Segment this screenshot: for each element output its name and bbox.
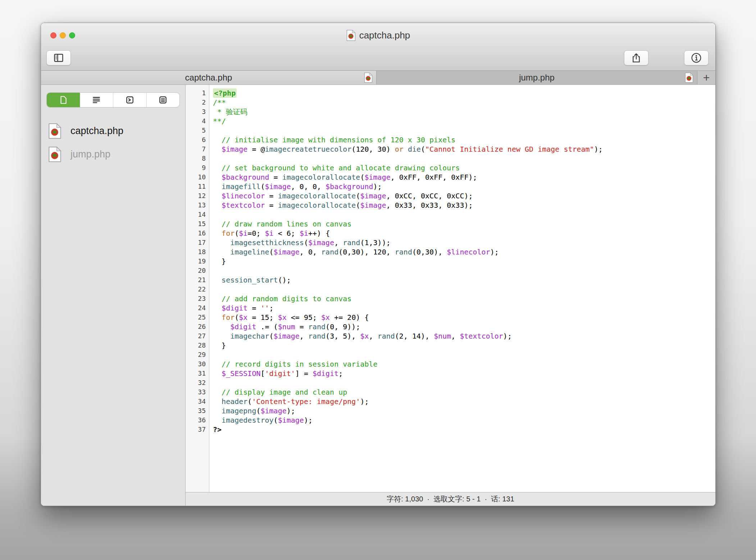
app-window: captcha.php captcha.phpjump.php + captch… xyxy=(41,23,716,506)
code-line: for($i=0; $i < 6; $i++) { xyxy=(213,229,715,238)
code-line xyxy=(213,350,715,359)
new-tab-button[interactable]: + xyxy=(697,71,715,84)
line-number: 5 xyxy=(186,126,209,135)
close-button[interactable] xyxy=(50,32,56,38)
line-number: 35 xyxy=(186,406,209,416)
code-editor[interactable]: <?php/** * 验证码**/ // initialise image wi… xyxy=(209,85,715,492)
code-line: * 验证码 xyxy=(213,107,715,116)
info-button[interactable] xyxy=(684,50,709,65)
code-line xyxy=(213,285,715,294)
line-number: 18 xyxy=(186,247,209,257)
share-icon xyxy=(630,52,642,64)
line-number: 1 xyxy=(186,88,209,98)
line-number: 12 xyxy=(186,191,209,201)
window-title-group: captcha.php xyxy=(346,30,410,41)
php-document-icon xyxy=(48,123,62,139)
code-line xyxy=(213,378,715,387)
code-line: ?> xyxy=(213,425,715,434)
window-title: captcha.php xyxy=(359,30,410,41)
line-number: 9 xyxy=(186,163,209,173)
line-number: 17 xyxy=(186,238,209,247)
code-line: // display image and clean up xyxy=(213,387,715,397)
php-document-icon xyxy=(48,147,62,162)
document-icon xyxy=(59,95,68,105)
file-name-label: jump.php xyxy=(70,149,110,160)
line-number: 25 xyxy=(186,313,209,322)
list-icon xyxy=(158,95,168,105)
tabs-holder: captcha.phpjump.php xyxy=(41,71,697,84)
line-number: 34 xyxy=(186,397,209,406)
line-number: 10 xyxy=(186,173,209,182)
line-number: 7 xyxy=(186,144,209,154)
line-number: 20 xyxy=(186,266,209,275)
main-column: 1234567891011121314151617181920212223242… xyxy=(186,85,715,506)
code-line: <?php xyxy=(213,88,715,98)
tab-label: jump.php xyxy=(519,73,555,83)
line-number: 31 xyxy=(186,369,209,378)
line-number: 37 xyxy=(186,425,209,434)
php-document-icon xyxy=(685,73,693,83)
line-number: 4 xyxy=(186,116,209,126)
code-line: header('Content-type: image/png'); xyxy=(213,397,715,406)
line-number: 28 xyxy=(186,341,209,350)
line-number: 27 xyxy=(186,331,209,341)
zoom-button[interactable] xyxy=(69,32,75,38)
line-number: 30 xyxy=(186,359,209,369)
code-line: } xyxy=(213,257,715,266)
toolbar xyxy=(41,47,715,70)
outline-icon xyxy=(92,95,101,105)
line-number: 33 xyxy=(186,387,209,397)
minimize-button[interactable] xyxy=(60,32,66,38)
code-line: imagedestroy($image); xyxy=(213,416,715,425)
code-line: $linecolor = imagecolorallocate($image, … xyxy=(213,191,715,201)
code-line: for($x = 15; $x <= 95; $x += 20) { xyxy=(213,313,715,322)
code-line: imagefill($image, 0, 0, $background); xyxy=(213,182,715,191)
code-line: session_start(); xyxy=(213,275,715,285)
line-number: 14 xyxy=(186,210,209,219)
code-line: // draw random lines on canvas xyxy=(213,219,715,229)
toolbar-right-group xyxy=(624,50,709,65)
segment-list[interactable] xyxy=(147,93,180,107)
line-number: 2 xyxy=(186,98,209,107)
line-number: 15 xyxy=(186,219,209,229)
window-chrome: captcha.php xyxy=(41,23,715,70)
console-icon xyxy=(125,95,135,105)
segment-console[interactable] xyxy=(113,93,147,107)
file-name-label: captcha.php xyxy=(70,125,123,137)
line-number: 13 xyxy=(186,201,209,210)
tab-jump.php[interactable]: jump.php xyxy=(377,71,697,84)
line-number: 22 xyxy=(186,285,209,294)
line-number: 8 xyxy=(186,154,209,163)
sidebar-file-captcha.php[interactable]: captcha.php xyxy=(41,119,185,143)
code-line xyxy=(213,210,715,219)
line-number: 32 xyxy=(186,378,209,387)
code-line: // set background to white and allocate … xyxy=(213,163,715,173)
line-number: 21 xyxy=(186,275,209,285)
line-number: 3 xyxy=(186,107,209,116)
segment-outline[interactable] xyxy=(80,93,114,107)
segment-document[interactable] xyxy=(47,93,80,107)
code-line: // add random digits to canvas xyxy=(213,294,715,303)
line-number: 16 xyxy=(186,229,209,238)
code-line: imagechar($image, rand(3, 5), $x, rand(2… xyxy=(213,331,715,341)
share-button[interactable] xyxy=(624,50,648,65)
line-number: 11 xyxy=(186,182,209,191)
sidebar-file-jump.php[interactable]: jump.php xyxy=(41,143,185,166)
code-line: // initialise image with dimensions of 1… xyxy=(213,135,715,144)
line-number: 36 xyxy=(186,416,209,425)
tab-label: captcha.php xyxy=(185,73,232,83)
code-line: imageline($image, 0, rand(0,30), 120, ra… xyxy=(213,247,715,257)
sidebar: captcha.phpjump.php xyxy=(41,85,186,506)
tab-captcha.php[interactable]: captcha.php xyxy=(41,71,377,84)
code-line: $background = imagecolorallocate($image,… xyxy=(213,173,715,182)
line-number: 6 xyxy=(186,135,209,144)
code-line: // record digits in session variable xyxy=(213,359,715,369)
code-line xyxy=(213,154,715,163)
traffic-lights xyxy=(50,23,75,47)
status-text: 字符: 1,030 · 选取文字: 5 - 1 · 话: 131 xyxy=(387,494,514,504)
code-line: /** xyxy=(213,98,715,107)
sidebar-toggle-button[interactable] xyxy=(46,50,71,65)
info-icon xyxy=(691,52,702,64)
title-bar: captcha.php xyxy=(41,23,715,47)
code-line: imagepng($image); xyxy=(213,406,715,416)
